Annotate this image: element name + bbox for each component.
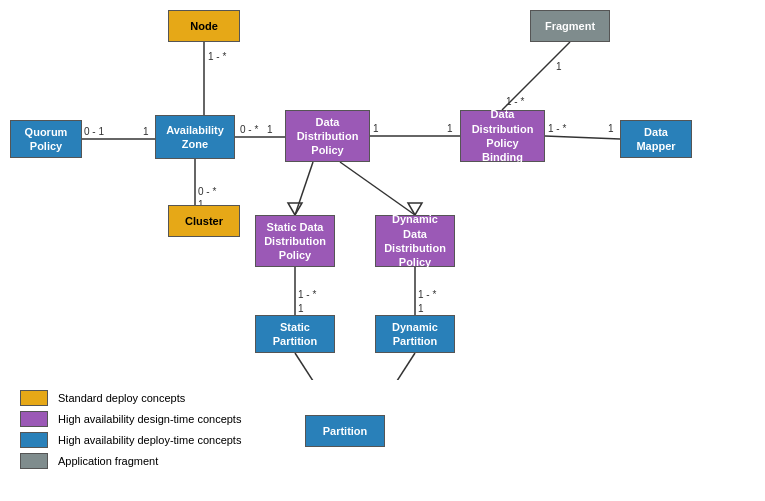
diagram-container: 1 - * 0 - * 1 0 - 1 1 0 - * 1 1 1 1 - * …: [0, 0, 765, 380]
svg-marker-21: [288, 203, 302, 215]
svg-text:1 - *: 1 - *: [548, 123, 566, 134]
svg-line-32: [375, 353, 415, 380]
datamapper-box: Data Mapper: [620, 120, 692, 158]
dddp-box: Dynamic Data Distribution Policy: [375, 215, 455, 267]
ddp-box: Data Distribution Policy: [285, 110, 370, 162]
legend-item-blue: High availability deploy-time concepts: [20, 432, 760, 448]
svg-text:1: 1: [267, 124, 273, 135]
staticpart-box: Static Partition: [255, 315, 335, 353]
svg-text:1: 1: [143, 126, 149, 137]
ddpb-box: Data Distribution Policy Binding: [460, 110, 545, 162]
svg-line-30: [295, 353, 335, 380]
node-box: Node: [168, 10, 240, 42]
legend-blue-box: [20, 432, 48, 448]
svg-line-17: [502, 42, 570, 110]
legend-gray-box: [20, 453, 48, 469]
dynamicpart-box: Dynamic Partition: [375, 315, 455, 353]
svg-text:1: 1: [418, 303, 424, 314]
svg-text:1 - *: 1 - *: [506, 96, 524, 107]
legend-purple-label: High availability design-time concepts: [58, 413, 241, 425]
svg-line-20: [295, 162, 313, 215]
legend-purple-box: [20, 411, 48, 427]
legend-item-gold: Standard deploy concepts: [20, 390, 760, 406]
sddp-box: Static Data Distribution Policy: [255, 215, 335, 267]
svg-text:1: 1: [373, 123, 379, 134]
availability-box: Availability Zone: [155, 115, 235, 159]
svg-text:0 - *: 0 - *: [240, 124, 258, 135]
svg-text:0 - *: 0 - *: [198, 186, 216, 197]
legend-gold-box: [20, 390, 48, 406]
svg-text:1 - *: 1 - *: [418, 289, 436, 300]
legend: Standard deploy concepts High availabili…: [20, 390, 760, 474]
svg-text:1: 1: [556, 61, 562, 72]
svg-text:1: 1: [608, 123, 614, 134]
svg-text:0 - 1: 0 - 1: [84, 126, 104, 137]
quorum-box: Quorum Policy: [10, 120, 82, 158]
legend-gray-label: Application fragment: [58, 455, 158, 467]
svg-text:1: 1: [298, 303, 304, 314]
svg-text:1: 1: [447, 123, 453, 134]
fragment-box: Fragment: [530, 10, 610, 42]
legend-blue-label: High availability deploy-time concepts: [58, 434, 241, 446]
legend-item-gray: Application fragment: [20, 453, 760, 469]
legend-gold-label: Standard deploy concepts: [58, 392, 185, 404]
svg-text:1 - *: 1 - *: [208, 51, 226, 62]
cluster-box: Cluster: [168, 205, 240, 237]
svg-line-22: [340, 162, 415, 215]
svg-line-14: [545, 136, 620, 139]
legend-item-purple: High availability design-time concepts: [20, 411, 760, 427]
svg-text:1 - *: 1 - *: [298, 289, 316, 300]
